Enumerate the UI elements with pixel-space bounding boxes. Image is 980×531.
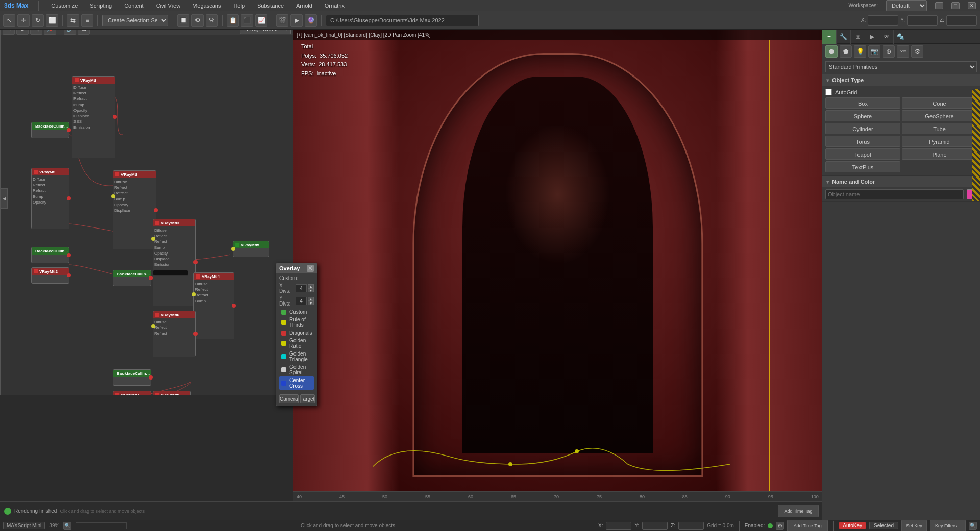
geo-btn[interactable]: ⬢ bbox=[825, 45, 838, 58]
textplus-btn[interactable]: TextPlus bbox=[825, 161, 900, 172]
create-selection-dropdown[interactable]: Create Selection Se... bbox=[102, 15, 168, 26]
curve-editor-btn[interactable]: 📈 bbox=[255, 14, 267, 27]
menu-arnold[interactable]: Arnold bbox=[294, 2, 314, 10]
light-btn[interactable]: 💡 bbox=[854, 45, 866, 58]
node-7[interactable]: BackfaceCullin... bbox=[113, 270, 151, 286]
render-btn[interactable]: ▶ bbox=[290, 14, 303, 27]
status-search-btn[interactable]: 🔍 bbox=[63, 522, 71, 530]
plane-btn[interactable]: Plane bbox=[902, 148, 977, 160]
cone-btn[interactable]: Cone bbox=[902, 97, 977, 109]
y-divs-up[interactable]: ▲ bbox=[308, 297, 314, 301]
mirror-btn[interactable]: ⇆ bbox=[67, 14, 79, 27]
node-11[interactable]: VRayMtl6 Diffuse Reflect Refract bbox=[153, 311, 196, 357]
tube-btn[interactable]: Tube bbox=[902, 123, 977, 134]
auto-key-btn[interactable]: AutoKey bbox=[839, 522, 866, 529]
overlay-item-custom[interactable]: Custom bbox=[279, 308, 314, 316]
align-btn[interactable]: ≡ bbox=[81, 14, 93, 27]
select-tool-btn[interactable]: ↖ bbox=[3, 14, 15, 27]
overlay-item-goldenspiral[interactable]: Golden Spiral bbox=[279, 363, 314, 376]
z-coord-field[interactable] bbox=[678, 522, 704, 530]
node-12[interactable]: BackfaceCullin... bbox=[113, 369, 151, 386]
menu-scripting[interactable]: Scripting bbox=[88, 2, 114, 10]
y-divs-input[interactable]: 4 bbox=[296, 297, 307, 305]
menu-megascans[interactable]: Megascans bbox=[190, 2, 223, 10]
scale-tool-btn[interactable]: ⬜ bbox=[46, 14, 58, 27]
overlay-target-btn[interactable]: Target bbox=[300, 394, 315, 403]
search-btn[interactable]: 🔍 bbox=[969, 522, 977, 530]
viewport-3d[interactable]: [+] [cam_ok_final_0] [Standard] [Clay] [… bbox=[293, 30, 822, 500]
key-filters-btn[interactable]: Key Filters... bbox=[930, 520, 966, 532]
shape-btn[interactable]: ⬟ bbox=[840, 45, 852, 58]
teapot-btn[interactable]: Teapot bbox=[825, 148, 900, 160]
percent-snap-btn[interactable]: % bbox=[206, 14, 218, 27]
sphere-btn[interactable]: Sphere bbox=[825, 110, 900, 121]
tab-utilities[interactable]: 🔩 bbox=[894, 30, 908, 44]
menu-help[interactable]: Help bbox=[231, 2, 247, 10]
node-5[interactable]: VRayMtl2 bbox=[31, 267, 69, 284]
close-btn[interactable]: ✕ bbox=[968, 2, 976, 9]
torus-btn[interactable]: Torus bbox=[825, 136, 900, 147]
menu-customize[interactable]: Customize bbox=[49, 2, 80, 10]
overlay-camera-btn[interactable]: Camera bbox=[279, 394, 299, 403]
node-3[interactable]: VRayMtl Diffuse Reflect Refract Bump Opa… bbox=[31, 168, 69, 229]
y-input[interactable] bbox=[907, 15, 938, 26]
space-warp-btn[interactable]: 〰 bbox=[897, 45, 909, 58]
y-divs-down[interactable]: ▼ bbox=[308, 301, 314, 305]
overlay-item-diagonals[interactable]: Diagonals bbox=[279, 329, 314, 337]
menu-substance[interactable]: Substance bbox=[255, 2, 286, 10]
max-btn[interactable]: □ bbox=[951, 2, 960, 9]
node-canvas[interactable]: VRayMtl Diffuse Reflect Refract Bump Opa… bbox=[1, 35, 293, 395]
menu-civil-view[interactable]: Civil View bbox=[154, 2, 182, 10]
overlay-item-goldentriangle[interactable]: Golden Triangle bbox=[279, 350, 314, 363]
y-coord-field[interactable] bbox=[642, 522, 668, 530]
time-tag-btn[interactable]: Add Time Tag bbox=[787, 520, 828, 532]
overlay-item-goldenratio[interactable]: Golden Ratio bbox=[279, 337, 314, 350]
workspace-dropdown[interactable]: Default bbox=[886, 0, 927, 11]
z-input[interactable] bbox=[946, 15, 977, 26]
system-btn[interactable]: ⚙ bbox=[911, 45, 923, 58]
material-editor-btn[interactable]: 🔮 bbox=[305, 14, 317, 27]
layer-btn[interactable]: 📋 bbox=[227, 14, 239, 27]
enabled-settings-btn[interactable]: ⚙ bbox=[776, 522, 784, 530]
node-10[interactable]: VRayMtl5 bbox=[233, 241, 270, 257]
autogrid-checkbox[interactable] bbox=[825, 89, 832, 95]
x-divs-up[interactable]: ▲ bbox=[308, 284, 314, 288]
menu-content[interactable]: Content bbox=[122, 2, 146, 10]
object-type-header[interactable]: ▾ Object Type bbox=[822, 74, 980, 86]
min-btn[interactable]: — bbox=[935, 2, 943, 9]
rotate-tool-btn[interactable]: ↻ bbox=[32, 14, 44, 27]
node-1[interactable]: VRayMtl Diffuse Reflect Refract Bump Opa… bbox=[72, 76, 115, 158]
move-tool-btn[interactable]: ✛ bbox=[17, 14, 30, 27]
x-input[interactable] bbox=[868, 15, 898, 26]
add-time-tag-btn[interactable]: Add Time Tag bbox=[778, 505, 819, 517]
cylinder-btn[interactable]: Cylinder bbox=[825, 123, 900, 134]
angle-snap-btn[interactable]: ⚙ bbox=[191, 14, 204, 27]
overlay-item-centercross[interactable]: Center Cross bbox=[279, 376, 314, 390]
node-14[interactable]: VRayMtl7 bbox=[113, 391, 151, 395]
pyramid-btn[interactable]: Pyramid bbox=[902, 136, 977, 147]
primitive-type-dropdown[interactable]: Standard Primitives bbox=[825, 61, 977, 72]
camera-btn[interactable]: 📷 bbox=[868, 45, 880, 58]
tab-hierarchy[interactable]: ⊞ bbox=[851, 30, 865, 44]
x-divs-down[interactable]: ▼ bbox=[308, 288, 314, 292]
tab-motion[interactable]: ▶ bbox=[865, 30, 879, 44]
tab-modify[interactable]: 🔧 bbox=[837, 30, 851, 44]
node-9[interactable]: VRayMtl4 Diffuse Reflect Refract Bump bbox=[193, 272, 234, 339]
tab-display[interactable]: 👁 bbox=[879, 30, 894, 44]
snap-btn[interactable]: 🔲 bbox=[177, 14, 189, 27]
node-13[interactable] bbox=[153, 270, 188, 276]
scroll-left[interactable]: ◀ bbox=[1, 188, 8, 209]
name-color-header[interactable]: ▾ Name and Color bbox=[822, 176, 980, 187]
ribbon-btn[interactable]: ⬛ bbox=[241, 14, 253, 27]
node-2[interactable]: BackfaceCullin... bbox=[31, 122, 69, 138]
overlay-item-ruleof3rds[interactable]: Rule of Thirds bbox=[279, 316, 314, 329]
node-4[interactable]: BackfaceCullin... bbox=[31, 247, 69, 263]
geosphere-btn[interactable]: GeoSphere bbox=[902, 110, 977, 121]
menu-ornatrix[interactable]: Ornatrix bbox=[323, 2, 347, 10]
render-setup-btn[interactable]: 🎬 bbox=[276, 14, 288, 27]
overlay-close-btn[interactable]: ✕ bbox=[307, 265, 314, 272]
box-btn[interactable]: Box bbox=[825, 97, 900, 109]
node-15[interactable]: VRayMtl8 bbox=[153, 391, 191, 395]
object-name-input[interactable] bbox=[825, 189, 964, 199]
helper-btn[interactable]: ⊕ bbox=[883, 45, 895, 58]
